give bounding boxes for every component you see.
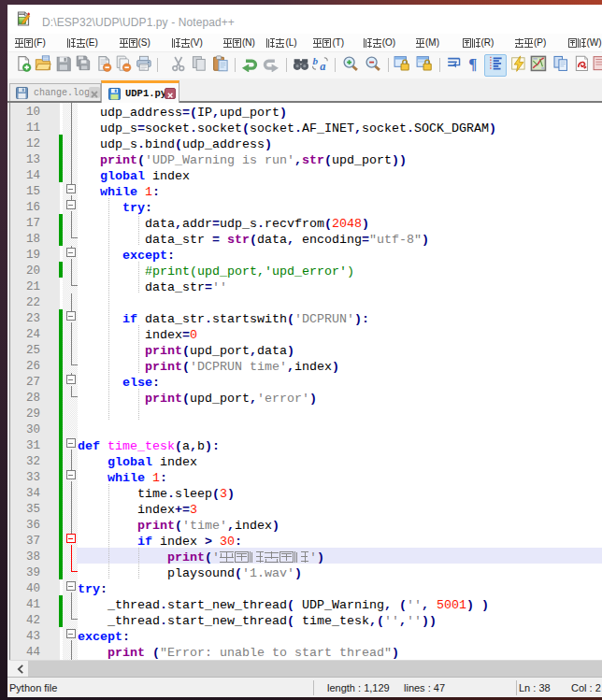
svg-text:b: b: [312, 55, 318, 66]
svg-text:¶: ¶: [469, 55, 478, 72]
svg-text:a: a: [320, 60, 325, 72]
